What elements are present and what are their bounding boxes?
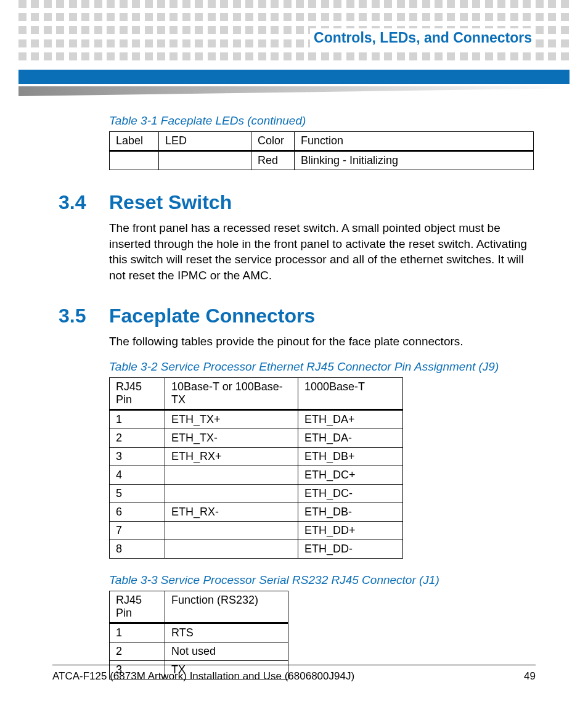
table-row: 6ETH_RX-ETH_DB-: [110, 503, 403, 522]
th-color: Color: [251, 132, 295, 151]
table-row: 1ETH_TX+ETH_DA+: [110, 410, 403, 429]
table-row: 7ETH_DD+: [110, 522, 403, 540]
table-row: 3ETH_RX+ETH_DB+: [110, 448, 403, 466]
cell-color: Red: [251, 151, 295, 170]
table-row: 8ETH_DD-: [110, 540, 403, 559]
table-row: 1RTS: [110, 623, 288, 642]
cell: ETH_RX-: [165, 503, 298, 522]
cell: 2: [110, 429, 165, 448]
cell: ETH_TX+: [165, 410, 298, 429]
section-3-5-heading: 3.5 Faceplate Connectors: [59, 305, 536, 327]
cell: 2: [110, 642, 165, 661]
cell: 1: [110, 623, 165, 642]
table-3-1-caption: Table 3-1 Faceplate LEDs (continued): [109, 114, 536, 128]
section-3-5-body: The following tables provide the pinout …: [109, 334, 536, 350]
cell: ETH_DA-: [298, 429, 403, 448]
footer-page-number: 49: [524, 670, 536, 683]
cell-led: [159, 151, 251, 170]
table-row: 4ETH_DC+: [110, 466, 403, 485]
section-3-4-heading: 3.4 Reset Switch: [59, 191, 536, 214]
th-10base: 10Base-T or 100Base-TX: [165, 378, 298, 410]
cell: ETH_DD+: [298, 522, 403, 540]
th-1000base: 1000Base-T: [298, 378, 403, 410]
cell: ETH_DA+: [298, 410, 403, 429]
section-number: 3.4: [59, 191, 109, 214]
table-3-3-caption: Table 3-3 Service Processor Serial RS232…: [109, 573, 536, 587]
cell: [165, 540, 298, 559]
section-title: Reset Switch: [109, 191, 232, 214]
table-row: 2Not used: [110, 642, 288, 661]
cell: ETH_RX+: [165, 448, 298, 466]
table-row: 5ETH_DC-: [110, 485, 403, 503]
cell: RTS: [165, 623, 288, 642]
section-3-4-body: The front panel has a recessed reset swi…: [109, 220, 536, 284]
cell-label: [110, 151, 159, 170]
table-header-row: RJ45 Pin 10Base-T or 100Base-TX 1000Base…: [110, 378, 403, 410]
section-number: 3.5: [59, 305, 109, 327]
cell: ETH_DB-: [298, 503, 403, 522]
cell: 1: [110, 410, 165, 429]
cell: [165, 485, 298, 503]
cell: [165, 522, 298, 540]
table-3-2: RJ45 Pin 10Base-T or 100Base-TX 1000Base…: [109, 377, 403, 559]
section-title: Faceplate Connectors: [109, 305, 315, 327]
table-row: Red Blinking - Initializing: [110, 151, 534, 170]
cell: Not used: [165, 642, 288, 661]
footer-doc-title: ATCA-F125 (6873M Artwork) Installation a…: [52, 670, 354, 683]
cell: [165, 466, 298, 485]
content-area: Table 3-1 Faceplate LEDs (continued) Lab…: [0, 0, 588, 706]
th-pin: RJ45 Pin: [110, 591, 165, 623]
cell: 7: [110, 522, 165, 540]
cell-function: Blinking - Initializing: [295, 151, 534, 170]
th-function: Function (RS232): [165, 591, 288, 623]
table-header-row: Label LED Color Function: [110, 132, 534, 151]
th-led: LED: [159, 132, 251, 151]
table-header-row: RJ45 Pin Function (RS232): [110, 591, 288, 623]
cell: 6: [110, 503, 165, 522]
cell: 3: [110, 448, 165, 466]
page: Controls, LEDs, and Connectors Table 3-1…: [0, 0, 588, 706]
cell: ETH_TX-: [165, 429, 298, 448]
th-function: Function: [295, 132, 534, 151]
cell: ETH_DC+: [298, 466, 403, 485]
cell: ETH_DC-: [298, 485, 403, 503]
table-row: 2ETH_TX-ETH_DA-: [110, 429, 403, 448]
cell: 8: [110, 540, 165, 559]
cell: ETH_DD-: [298, 540, 403, 559]
page-footer: ATCA-F125 (6873M Artwork) Installation a…: [52, 665, 536, 683]
th-label: Label: [110, 132, 159, 151]
table-3-1: Label LED Color Function Red Blinking - …: [109, 131, 534, 170]
th-pin: RJ45 Pin: [110, 378, 165, 410]
cell: 5: [110, 485, 165, 503]
cell: ETH_DB+: [298, 448, 403, 466]
cell: 4: [110, 466, 165, 485]
table-3-2-caption: Table 3-2 Service Processor Ethernet RJ4…: [109, 360, 536, 374]
